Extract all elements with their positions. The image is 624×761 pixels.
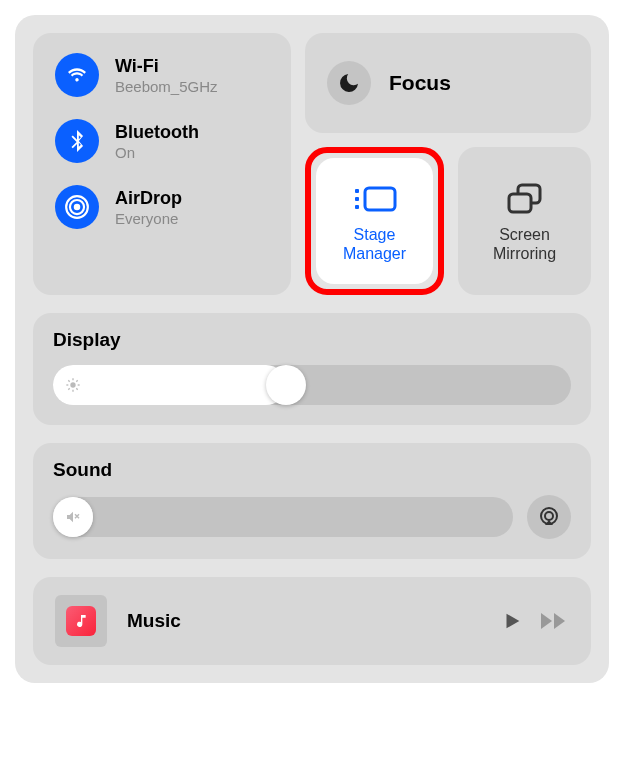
- brightness-icon: [65, 377, 81, 393]
- svg-line-14: [68, 380, 69, 381]
- sound-row: [53, 495, 571, 539]
- airplay-icon: [537, 505, 561, 529]
- next-track-icon[interactable]: [539, 610, 569, 632]
- wifi-text: Wi-Fi Beebom_5GHz: [115, 56, 218, 95]
- play-icon[interactable]: [501, 610, 523, 632]
- display-slider[interactable]: [53, 365, 571, 405]
- control-center-panel: Wi-Fi Beebom_5GHz Bluetooth On AirDr: [15, 15, 609, 683]
- display-slider-thumb[interactable]: [266, 365, 306, 405]
- focus-button[interactable]: Focus: [305, 33, 591, 133]
- music-app-icon: [66, 606, 96, 636]
- wifi-status: Beebom_5GHz: [115, 78, 218, 95]
- display-panel: Display: [33, 313, 591, 425]
- airdrop-toggle[interactable]: AirDrop Everyone: [55, 185, 269, 229]
- airdrop-text: AirDrop Everyone: [115, 188, 182, 227]
- svg-rect-5: [355, 205, 359, 209]
- display-slider-fill: [53, 365, 286, 405]
- airdrop-icon: [55, 185, 99, 229]
- stage-manager-label: Stage Manager: [343, 225, 406, 263]
- bluetooth-text: Bluetooth On: [115, 122, 199, 161]
- svg-rect-8: [509, 194, 531, 212]
- music-controls: [501, 610, 569, 632]
- airplay-audio-button[interactable]: [527, 495, 571, 539]
- sound-title: Sound: [53, 459, 571, 481]
- display-title: Display: [53, 329, 571, 351]
- tiles-row: Stage Manager Screen Mirroring: [305, 147, 591, 295]
- wifi-icon: [55, 53, 99, 97]
- music-panel[interactable]: Music: [33, 577, 591, 665]
- connectivity-panel: Wi-Fi Beebom_5GHz Bluetooth On AirDr: [33, 33, 291, 295]
- top-row: Wi-Fi Beebom_5GHz Bluetooth On AirDr: [33, 33, 591, 295]
- screen-mirroring-label: Screen Mirroring: [493, 225, 556, 263]
- svg-line-17: [76, 380, 77, 381]
- volume-mute-icon: [65, 509, 81, 525]
- right-column: Focus Stage Manager: [305, 33, 591, 295]
- screen-mirroring-button[interactable]: Screen Mirroring: [458, 147, 591, 295]
- airdrop-label: AirDrop: [115, 188, 182, 209]
- wifi-toggle[interactable]: Wi-Fi Beebom_5GHz: [55, 53, 269, 97]
- svg-rect-6: [365, 188, 395, 210]
- screen-mirroring-icon: [506, 181, 544, 217]
- svg-rect-3: [355, 189, 359, 193]
- sound-slider[interactable]: [53, 497, 513, 537]
- sound-slider-thumb[interactable]: [53, 497, 93, 537]
- focus-icon: [327, 61, 371, 105]
- svg-line-16: [68, 388, 69, 389]
- bluetooth-status: On: [115, 144, 199, 161]
- music-artwork: [55, 595, 107, 647]
- music-label: Music: [127, 610, 481, 632]
- stage-manager-highlight: Stage Manager: [305, 147, 444, 295]
- bluetooth-toggle[interactable]: Bluetooth On: [55, 119, 269, 163]
- svg-point-9: [70, 382, 75, 387]
- sound-panel: Sound: [33, 443, 591, 559]
- bluetooth-label: Bluetooth: [115, 122, 199, 143]
- svg-point-21: [545, 512, 553, 520]
- stage-manager-icon: [353, 181, 397, 217]
- svg-point-0: [74, 204, 81, 211]
- wifi-label: Wi-Fi: [115, 56, 218, 77]
- focus-label: Focus: [389, 71, 451, 95]
- svg-rect-4: [355, 197, 359, 201]
- svg-line-15: [76, 388, 77, 389]
- airdrop-status: Everyone: [115, 210, 182, 227]
- bluetooth-icon: [55, 119, 99, 163]
- stage-manager-button[interactable]: Stage Manager: [316, 158, 433, 284]
